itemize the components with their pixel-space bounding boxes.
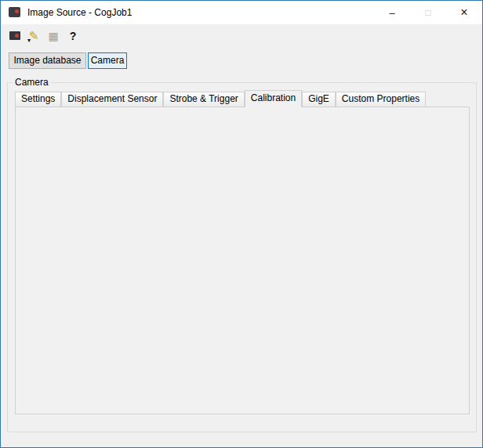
window-title: Image Source - CogJob1 xyxy=(27,1,132,24)
app-icon xyxy=(9,7,20,17)
image-database-button[interactable]: Image database xyxy=(9,52,86,69)
grid-glyph: ▦ xyxy=(48,30,58,42)
image-source-dialog: Image Source - CogJob1 – □ × ✎ ▾ ▦ ? Ima… xyxy=(0,0,483,448)
window-controls: – □ × xyxy=(374,1,482,24)
tab-settings[interactable]: Settings xyxy=(15,92,61,107)
tab-calibration[interactable]: Calibration xyxy=(245,90,302,107)
tab-gige[interactable]: GigE xyxy=(302,92,336,107)
close-button[interactable]: × xyxy=(446,1,482,24)
dropdown-arrow-icon: ▾ xyxy=(27,37,31,44)
help-icon[interactable]: ? xyxy=(65,28,81,43)
tab-custom-properties[interactable]: Custom Properties xyxy=(336,92,426,107)
maximize-button[interactable]: □ xyxy=(410,1,446,24)
camera-groupbox-label: Camera xyxy=(13,77,51,88)
pencil-icon[interactable]: ✎ ▾ xyxy=(26,28,42,43)
camera-tabstrip: Settings Displacement Sensor Strobe & Tr… xyxy=(15,91,426,107)
image-source-icon[interactable] xyxy=(7,28,23,43)
tab-strobe-trigger[interactable]: Strobe & Trigger xyxy=(163,92,244,107)
calibration-tab-panel xyxy=(15,107,470,414)
camera-button[interactable]: Camera xyxy=(88,52,127,69)
grid-icon[interactable]: ▦ xyxy=(45,28,61,43)
minimize-button[interactable]: – xyxy=(374,1,410,24)
camera-shape xyxy=(9,31,20,40)
help-glyph: ? xyxy=(70,30,77,42)
tab-displacement-sensor[interactable]: Displacement Sensor xyxy=(61,92,163,107)
